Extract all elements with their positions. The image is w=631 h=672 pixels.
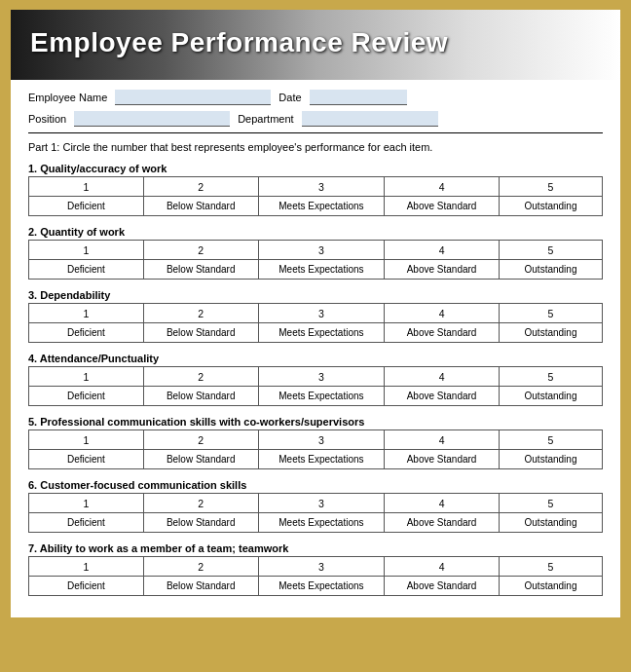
num-cell-1-5[interactable]: 5: [499, 177, 602, 197]
num-cell-5-2[interactable]: 2: [143, 430, 258, 450]
instructions-text: Part 1: Circle the number that best repr…: [28, 141, 603, 153]
num-cell-5-3[interactable]: 3: [258, 430, 385, 450]
num-cell-6-1[interactable]: 1: [29, 494, 144, 513]
num-cell-3-1[interactable]: 1: [29, 304, 144, 323]
section-title-3: 3. Dependability: [28, 289, 603, 301]
position-row: Position Department: [28, 111, 603, 127]
num-cell-2-5[interactable]: 5: [499, 241, 602, 260]
section-1: 1. Quality/accuracy of work12345Deficien…: [28, 163, 603, 216]
num-cell-2-3[interactable]: 3: [258, 241, 385, 260]
label-cell-2-2: Below Standard: [143, 260, 258, 280]
num-cell-7-5[interactable]: 5: [499, 557, 602, 577]
label-cell-7-3: Meets Expectations: [258, 577, 385, 596]
num-cell-4-2[interactable]: 2: [143, 367, 258, 387]
label-cell-7-2: Below Standard: [143, 577, 258, 596]
num-cell-6-2[interactable]: 2: [143, 494, 258, 513]
label-cell-5-1: Deficient: [29, 450, 144, 469]
position-label: Position: [28, 113, 66, 125]
num-cell-3-3[interactable]: 3: [258, 304, 385, 323]
label-cell-4-4: Above Standard: [385, 387, 500, 406]
num-cell-4-3[interactable]: 3: [258, 367, 385, 387]
label-cell-3-2: Below Standard: [143, 323, 258, 343]
label-cell-3-4: Above Standard: [385, 323, 500, 343]
num-cell-4-1[interactable]: 1: [29, 367, 144, 387]
section-2: 2. Quantity of work12345DeficientBelow S…: [28, 226, 603, 280]
page-title: Employee Performance Review: [30, 27, 601, 58]
label-cell-7-1: Deficient: [29, 577, 144, 596]
num-cell-6-4[interactable]: 4: [385, 494, 500, 513]
date-label: Date: [278, 92, 301, 103]
sections-container: 1. Quality/accuracy of work12345Deficien…: [28, 163, 603, 596]
rating-table-2: 12345DeficientBelow StandardMeets Expect…: [28, 240, 603, 280]
num-cell-5-5[interactable]: 5: [499, 430, 602, 450]
num-cell-3-2[interactable]: 2: [143, 304, 258, 323]
num-cell-1-1[interactable]: 1: [29, 177, 144, 197]
num-cell-2-2[interactable]: 2: [143, 241, 258, 260]
label-cell-5-5: Outstanding: [499, 450, 602, 469]
label-cell-2-3: Meets Expectations: [258, 260, 385, 280]
label-cell-1-2: Below Standard: [143, 197, 258, 216]
divider: [28, 132, 603, 133]
num-cell-1-4[interactable]: 4: [385, 177, 500, 197]
label-cell-5-3: Meets Expectations: [258, 450, 385, 469]
section-4: 4. Attendance/Punctuality12345DeficientB…: [28, 353, 603, 406]
num-cell-5-4[interactable]: 4: [385, 430, 500, 450]
num-cell-6-5[interactable]: 5: [499, 494, 602, 513]
position-input[interactable]: [74, 111, 230, 127]
num-cell-1-2[interactable]: 2: [143, 177, 258, 197]
section-title-4: 4. Attendance/Punctuality: [28, 353, 603, 364]
label-cell-5-2: Below Standard: [143, 450, 258, 469]
num-cell-7-3[interactable]: 3: [258, 557, 385, 577]
num-cell-5-1[interactable]: 1: [29, 430, 144, 450]
department-input[interactable]: [302, 111, 438, 127]
label-cell-1-4: Above Standard: [385, 197, 500, 216]
content-area: Employee Name Date Position Department P…: [11, 80, 620, 617]
label-cell-6-1: Deficient: [29, 513, 144, 533]
label-cell-3-1: Deficient: [29, 323, 144, 343]
label-cell-2-4: Above Standard: [385, 260, 500, 280]
num-cell-7-2[interactable]: 2: [143, 557, 258, 577]
section-3: 3. Dependability12345DeficientBelow Stan…: [28, 289, 603, 343]
rating-table-7: 12345DeficientBelow StandardMeets Expect…: [28, 556, 603, 596]
section-7: 7. Ability to work as a member of a team…: [28, 542, 603, 596]
label-cell-6-2: Below Standard: [143, 513, 258, 533]
rating-table-5: 12345DeficientBelow StandardMeets Expect…: [28, 429, 603, 469]
num-cell-4-4[interactable]: 4: [385, 367, 500, 387]
num-cell-3-5[interactable]: 5: [499, 304, 602, 323]
section-title-6: 6. Customer-focused communication skills: [28, 479, 603, 491]
section-5: 5. Professional communication skills wit…: [28, 416, 603, 469]
label-cell-4-2: Below Standard: [143, 387, 258, 406]
section-6: 6. Customer-focused communication skills…: [28, 479, 603, 533]
employee-name-row: Employee Name Date: [28, 90, 603, 105]
rating-table-3: 12345DeficientBelow StandardMeets Expect…: [28, 303, 603, 343]
label-cell-4-3: Meets Expectations: [258, 387, 385, 406]
num-cell-4-5[interactable]: 5: [499, 367, 602, 387]
department-label: Department: [238, 113, 293, 125]
rating-table-6: 12345DeficientBelow StandardMeets Expect…: [28, 493, 603, 533]
label-cell-1-3: Meets Expectations: [258, 197, 385, 216]
num-cell-2-4[interactable]: 4: [385, 241, 500, 260]
employee-name-input[interactable]: [115, 90, 271, 105]
num-cell-3-4[interactable]: 4: [385, 304, 500, 323]
num-cell-7-1[interactable]: 1: [29, 557, 144, 577]
label-cell-6-3: Meets Expectations: [258, 513, 385, 533]
section-title-5: 5. Professional communication skills wit…: [28, 416, 603, 428]
label-cell-3-3: Meets Expectations: [258, 323, 385, 343]
rating-table-1: 12345DeficientBelow StandardMeets Expect…: [28, 176, 603, 216]
page-container: Employee Performance Review Employee Nam…: [9, 8, 622, 619]
label-cell-2-1: Deficient: [29, 260, 144, 280]
employee-name-label: Employee Name: [28, 92, 107, 103]
section-title-7: 7. Ability to work as a member of a team…: [28, 542, 603, 554]
num-cell-6-3[interactable]: 3: [258, 494, 385, 513]
num-cell-1-3[interactable]: 3: [258, 177, 385, 197]
num-cell-7-4[interactable]: 4: [385, 557, 500, 577]
section-title-1: 1. Quality/accuracy of work: [28, 163, 603, 174]
section-title-2: 2. Quantity of work: [28, 226, 603, 238]
label-cell-7-5: Outstanding: [499, 577, 602, 596]
date-input[interactable]: [310, 90, 407, 105]
label-cell-1-1: Deficient: [29, 197, 144, 216]
label-cell-2-5: Outstanding: [499, 260, 602, 280]
num-cell-2-1[interactable]: 1: [29, 241, 144, 260]
label-cell-6-5: Outstanding: [499, 513, 602, 533]
label-cell-5-4: Above Standard: [385, 450, 500, 469]
